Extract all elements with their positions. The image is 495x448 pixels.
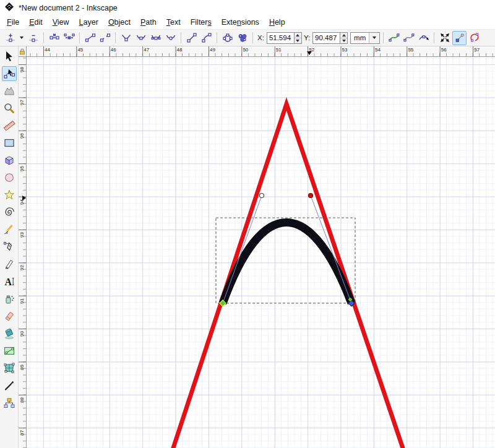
text-icon: A [3, 275, 15, 288]
y-input[interactable] [312, 32, 340, 44]
horizontal-ruler[interactable]: 4445464748495051525354555657 [27, 46, 495, 57]
menu-edit[interactable]: Edit [24, 17, 48, 28]
hruler-label: 47 [144, 47, 149, 53]
show-bezier-handles-button[interactable] [452, 31, 467, 45]
menu-help[interactable]: Help [264, 17, 290, 28]
join-with-segment-button[interactable] [83, 31, 97, 45]
insert-node-menu-button[interactable] [18, 31, 25, 45]
gradient-tool[interactable] [2, 343, 17, 358]
vruler-label: 88 [19, 396, 25, 404]
stroke-to-path-button[interactable] [235, 31, 249, 45]
make-auto-smooth-button[interactable] [163, 31, 178, 45]
vruler-label: 95 [19, 165, 25, 173]
handle-dot-left[interactable] [260, 194, 264, 198]
y-spinner [312, 32, 348, 44]
x-input[interactable] [267, 32, 295, 44]
chevron-down-icon [372, 37, 376, 39]
node-tool[interactable] [2, 66, 17, 81]
menu-path[interactable]: Path [136, 17, 161, 28]
dropper-tool[interactable] [2, 378, 17, 393]
y-spin-buttons[interactable] [340, 32, 348, 44]
measure-tool[interactable] [2, 118, 17, 133]
menu-file[interactable]: File [2, 17, 24, 28]
connector-tool[interactable] [2, 395, 17, 410]
mesh-tool[interactable] [2, 361, 17, 376]
delete-node-button[interactable] [26, 31, 40, 45]
drawing-svg [27, 57, 495, 448]
insert-node-button[interactable] [3, 31, 17, 45]
next-path-effect-parameter-button[interactable] [416, 31, 431, 45]
segment-curve-button[interactable] [199, 31, 213, 45]
node-editor-icon [3, 67, 15, 80]
spin-down-icon [296, 40, 299, 42]
menu-filters[interactable]: Filters [186, 17, 217, 28]
spray-tool[interactable] [2, 291, 17, 306]
zoom-tool[interactable] [2, 101, 17, 116]
hruler-label: 45 [77, 47, 83, 53]
vruler-label: 93 [19, 231, 25, 239]
make-corner-button[interactable] [119, 31, 133, 45]
hruler-label: 48 [177, 47, 183, 53]
tweak-tool[interactable] [2, 84, 17, 98]
rectangle-tool[interactable] [2, 136, 17, 150]
chevron-down-icon [20, 37, 24, 39]
pencil-tool[interactable] [2, 222, 17, 237]
x-spin-buttons[interactable] [295, 32, 302, 44]
ellipse-tool[interactable] [2, 170, 17, 185]
menu-text[interactable]: Text [161, 17, 186, 28]
menu-layer[interactable]: Layer [74, 17, 103, 28]
rectangle-icon [3, 137, 15, 149]
vruler-label: 90 [19, 330, 25, 338]
edit-clip-path-button[interactable] [387, 31, 401, 45]
hruler-label: 49 [210, 47, 215, 53]
red-path[interactable] [172, 104, 404, 448]
calligraphy-tool[interactable] [2, 257, 17, 272]
y-label: Y: [304, 34, 310, 41]
selector-tool[interactable] [2, 49, 17, 64]
edit-mask-path-button[interactable] [402, 31, 416, 45]
handle-dot-right[interactable] [309, 194, 313, 198]
hruler-label: 44 [45, 47, 50, 53]
menu-view[interactable]: View [48, 17, 74, 28]
eraser-tool[interactable] [2, 309, 17, 324]
delete-segment-button[interactable] [98, 31, 112, 45]
menu-object[interactable]: Object [103, 17, 136, 28]
connector-diagram-icon [3, 397, 15, 409]
star-tool[interactable] [2, 187, 17, 202]
vruler-label: 92 [19, 264, 25, 272]
text-tool[interactable]: A [2, 274, 17, 289]
segment-line-button[interactable] [184, 31, 199, 45]
bezier-pen-icon [3, 241, 15, 253]
unit-dropdown[interactable]: mm [350, 32, 380, 44]
canvas[interactable] [27, 57, 495, 448]
make-smooth-button[interactable] [134, 31, 148, 45]
vruler-label: 91 [19, 297, 25, 305]
show-transform-handles-button[interactable] [437, 31, 452, 45]
spiral-tool[interactable] [2, 205, 17, 220]
vertical-ruler[interactable]: 98979695949392919089888786 [19, 57, 27, 448]
object-to-path-button[interactable] [220, 31, 235, 45]
paint-bucket-tool[interactable] [2, 326, 17, 341]
toolbar-separator [217, 32, 217, 43]
break-nodes-button[interactable] [62, 31, 76, 45]
toolbar-separator [79, 32, 80, 43]
join-nodes-button[interactable] [47, 31, 61, 45]
ruler-corner[interactable] [19, 46, 27, 57]
lock-icon [19, 48, 25, 55]
menu-extensions[interactable]: Extensions [217, 17, 264, 28]
box-3d-tool[interactable] [2, 153, 17, 168]
selector-arrow-icon [3, 50, 15, 62]
eraser-icon [3, 310, 15, 322]
pen-tool[interactable] [2, 239, 17, 254]
toolbar-separator [115, 32, 116, 43]
toolbar-separator [383, 32, 384, 43]
make-symmetric-button[interactable] [148, 31, 163, 45]
handle-line-right [311, 196, 351, 303]
spin-up-icon [296, 34, 299, 37]
inkscape-logo-icon [4, 2, 14, 14]
vruler-label: 97 [19, 98, 25, 106]
paint-bucket-icon [3, 327, 15, 340]
hruler-label: 55 [408, 47, 413, 53]
spin-up-icon [342, 34, 346, 37]
show-path-outline-button[interactable] [467, 31, 481, 45]
